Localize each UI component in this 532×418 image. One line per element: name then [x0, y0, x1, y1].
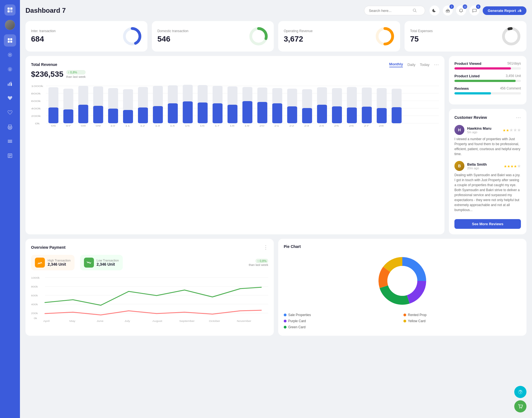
- stat-value-0: 684: [31, 35, 56, 43]
- svg-rect-15: [8, 142, 12, 143]
- stat-value-3: 75: [410, 35, 433, 43]
- tab-daily[interactable]: Daily: [407, 63, 415, 67]
- svg-rect-1: [10, 7, 12, 10]
- svg-point-139: [521, 408, 522, 409]
- bell-btn[interactable]: 12: [456, 6, 466, 16]
- support-float-btn[interactable]: [514, 386, 526, 398]
- sidebar-item-analytics[interactable]: [4, 78, 16, 90]
- svg-text:1000k: 1000k: [31, 85, 44, 88]
- svg-rect-65: [213, 103, 222, 123]
- avatar[interactable]: [5, 20, 15, 30]
- pie-card: Pie Chart Sale Prope: [278, 239, 526, 336]
- stat-card-1: Domestic transaction 546: [152, 21, 274, 52]
- svg-text:24: 24: [319, 124, 324, 127]
- svg-rect-13: [8, 140, 12, 140]
- sidebar-item-likes[interactable]: [4, 106, 16, 119]
- sidebar-item-info[interactable]: [4, 63, 16, 75]
- svg-text:28: 28: [379, 124, 384, 127]
- svg-rect-71: [257, 102, 267, 123]
- high-transaction-label: High Transaction: [48, 259, 71, 262]
- svg-text:November: November: [237, 320, 252, 322]
- payment-more-btn[interactable]: ⋮: [263, 244, 268, 250]
- cart-float-btn[interactable]: [514, 400, 526, 412]
- svg-text:200k: 200k: [31, 115, 41, 117]
- revenue-more-btn[interactable]: ⋯: [434, 61, 439, 68]
- review-item-1: B Bella Smith 20m ago ★★★★★ Dealing with…: [454, 161, 521, 212]
- svg-rect-0: [7, 7, 10, 10]
- svg-text:200k: 200k: [31, 312, 38, 315]
- svg-text:0k: 0k: [34, 317, 37, 320]
- review-stars-0: ★★★★★: [503, 127, 521, 133]
- svg-text:18: 18: [229, 124, 234, 127]
- header: Dashboard 7 2 12 5 Generate Report: [25, 6, 526, 16]
- sidebar-item-settings[interactable]: [4, 49, 16, 61]
- svg-rect-59: [168, 103, 178, 123]
- generate-report-button[interactable]: Generate Report: [483, 6, 526, 15]
- donut-chart-2: [375, 27, 395, 46]
- svg-rect-73: [272, 103, 282, 123]
- search-icon: [413, 8, 417, 13]
- tab-monthly[interactable]: Monthly: [389, 62, 403, 67]
- svg-text:06: 06: [51, 124, 56, 127]
- progress-bar-0: [454, 67, 521, 70]
- sidebar-item-menu[interactable]: [4, 135, 16, 147]
- trend-badge: ↑0,8%: [66, 70, 86, 75]
- progress-fill-0: [454, 67, 511, 70]
- svg-rect-85: [362, 107, 372, 123]
- reviews-more-btn[interactable]: ⋯: [516, 114, 521, 120]
- svg-text:600k: 600k: [31, 100, 41, 102]
- svg-text:11: 11: [125, 124, 130, 127]
- review-text-1: Dealing with Syamsudin and Bakri was a j…: [454, 173, 521, 212]
- svg-rect-61: [183, 101, 193, 123]
- svg-rect-69: [242, 101, 252, 123]
- review-stars-1: ★★★★★: [504, 163, 521, 169]
- review-item-0: H Hawkins Maru 5m ago ★★★★★ I viewed a n…: [454, 125, 521, 157]
- svg-rect-51: [108, 109, 118, 123]
- svg-rect-21: [521, 10, 521, 12]
- sidebar: [0, 0, 20, 418]
- pie-container: Sale Properties Rented Prop Purple Card …: [284, 253, 521, 329]
- svg-text:14: 14: [170, 124, 175, 127]
- legend-item-4: Yellow Card: [403, 319, 521, 323]
- sidebar-item-dashboard[interactable]: [4, 34, 16, 47]
- donut-chart-1: [249, 27, 268, 46]
- gift-btn[interactable]: 2: [443, 6, 453, 16]
- dark-mode-btn[interactable]: [429, 6, 439, 16]
- svg-rect-63: [198, 102, 208, 123]
- svg-rect-12: [11, 83, 12, 86]
- stat-value-2: 3,672: [284, 35, 313, 43]
- svg-text:June: June: [97, 320, 104, 322]
- bar-chart: 1000k 800k 600k 400k 200k 0k: [31, 83, 439, 133]
- svg-text:08: 08: [81, 124, 86, 127]
- search-bar[interactable]: [364, 6, 425, 15]
- stat-card-2: Operating Revenue 3,672: [278, 21, 400, 52]
- search-input[interactable]: [369, 9, 410, 13]
- svg-text:October: October: [209, 320, 220, 322]
- tab-today[interactable]: Today: [420, 63, 429, 67]
- payment-trend-badge: ↑0,8%: [255, 259, 268, 263]
- revenue-amount: $236,535: [31, 70, 63, 79]
- svg-rect-6: [8, 41, 10, 43]
- low-transaction-value: 2,346 Unit: [97, 262, 119, 266]
- progress-fill-2: [454, 92, 491, 94]
- svg-text:15: 15: [185, 124, 190, 127]
- see-more-reviews-button[interactable]: See More Reviews: [454, 219, 521, 229]
- sidebar-item-reports[interactable]: [4, 150, 16, 162]
- trend-text: than last week: [66, 75, 86, 78]
- svg-text:September: September: [179, 320, 195, 322]
- svg-text:26: 26: [349, 124, 354, 127]
- sidebar-item-favorites[interactable]: [4, 92, 16, 104]
- high-transaction-value: 2,346 Unit: [48, 262, 71, 266]
- reviews-card: Customer Review ⋯ H Hawkins Maru 5m ago …: [449, 109, 526, 234]
- svg-text:12: 12: [140, 124, 145, 127]
- low-transaction-label: Low Transaction: [97, 259, 119, 262]
- svg-text:16: 16: [200, 124, 205, 127]
- review-avatar-0: H: [454, 125, 464, 135]
- svg-rect-45: [63, 109, 73, 123]
- metric-value-0: 561/days: [507, 61, 521, 66]
- chat-btn[interactable]: 5: [469, 6, 479, 16]
- svg-rect-7: [10, 41, 12, 43]
- sidebar-logo[interactable]: [4, 4, 16, 16]
- progress-bar-1: [454, 80, 521, 82]
- sidebar-item-print[interactable]: [4, 121, 16, 133]
